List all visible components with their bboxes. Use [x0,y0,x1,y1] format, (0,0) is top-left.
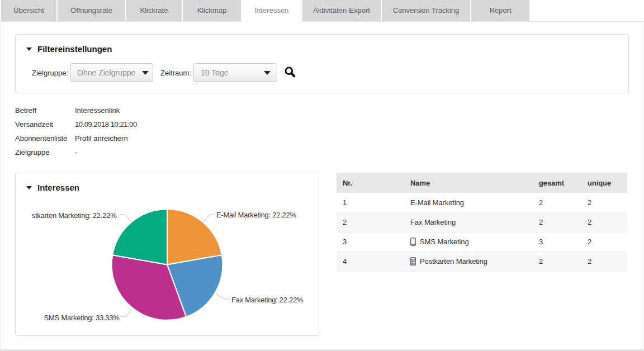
svg-text:Fax Marketing: 22.22%: Fax Marketing: 22.22% [231,296,304,304]
svg-text:E-Mail Marketing: 22.22%: E-Mail Marketing: 22.22% [216,211,297,219]
svg-text:stkarten Marketing: 22.22%: stkarten Marketing: 22.22% [32,211,117,220]
svg-text:SMS Marketing: 33.33%: SMS Marketing: 33.33% [44,314,120,322]
